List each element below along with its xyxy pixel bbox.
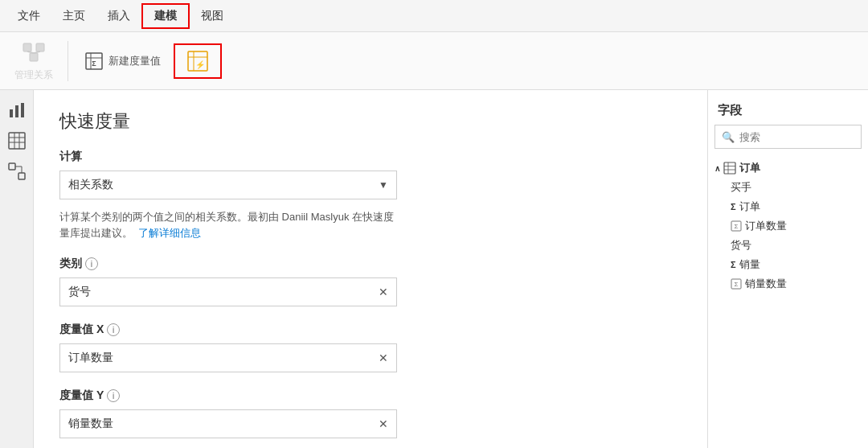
measure-y-input[interactable]: 销量数量 ✕ (59, 409, 397, 438)
measure-y-label: 度量值 Y i (59, 388, 682, 403)
sidebar-barchart-icon[interactable] (3, 97, 31, 124)
table-grid-icon (723, 162, 736, 175)
ribbon-separator-1 (68, 41, 68, 81)
manage-relations-icon (21, 40, 47, 65)
category-section: 类别 i 货号 ✕ (59, 257, 682, 306)
category-clear-icon[interactable]: ✕ (379, 286, 388, 298)
measure-y-value: 销量数量 (68, 417, 113, 431)
measure-y-clear-icon[interactable]: ✕ (379, 417, 388, 430)
svg-text:⚡: ⚡ (195, 60, 206, 70)
measure-x-section: 度量值 X i 订单数量 ✕ (59, 323, 682, 372)
chevron-down-icon: ∧ (714, 164, 720, 173)
field-search-box[interactable]: 🔍 (714, 125, 862, 149)
svg-text:Σ: Σ (735, 223, 739, 230)
menu-view[interactable]: 视图 (190, 0, 235, 31)
left-sidebar (0, 90, 34, 448)
tree-item-sales-qty[interactable]: Σ 销量数量 (708, 274, 868, 294)
tree-item-buyer-label: 买手 (731, 180, 751, 195)
calculation-value: 相关系数 (68, 178, 113, 192)
category-value: 货号 (68, 285, 91, 299)
measure-y-section: 度量值 Y i 销量数量 ✕ (59, 388, 682, 438)
tree-group-label: 订单 (739, 161, 760, 175)
ribbon-bar: 管理关系 Σ 新建度量值 ⚡ (0, 32, 868, 90)
calc-icon-sales-qty: Σ (731, 278, 742, 290)
svg-line-4 (34, 51, 40, 53)
tree-item-buyer[interactable]: 买手 (708, 178, 868, 197)
new-measure-label: 新建度量值 (108, 54, 161, 68)
quick-measure-button-boxed[interactable]: ⚡ (174, 43, 222, 79)
sidebar-relationship-icon[interactable] (3, 158, 31, 185)
measure-x-value: 订单数量 (68, 351, 113, 365)
svg-rect-13 (10, 109, 13, 117)
field-tree: ∧ 订单 买手 Σ 订单 (708, 155, 868, 448)
measure-x-clear-icon[interactable]: ✕ (379, 351, 388, 364)
svg-rect-16 (9, 133, 25, 149)
measure-x-input[interactable]: 订单数量 ✕ (59, 343, 397, 372)
measure-x-label: 度量值 X i (59, 323, 682, 337)
tree-group-orders: ∧ 订单 买手 Σ 订单 (708, 158, 868, 294)
svg-line-3 (27, 51, 34, 53)
category-label: 类别 i (59, 257, 682, 271)
svg-text:Σ: Σ (735, 281, 739, 288)
svg-rect-14 (15, 105, 18, 117)
new-measure-icon: Σ (84, 51, 104, 71)
quick-measure-button[interactable]: ⚡ (177, 47, 219, 76)
category-info-icon[interactable]: i (85, 257, 98, 270)
measure-x-info-icon[interactable]: i (107, 323, 120, 336)
search-input[interactable] (739, 131, 868, 143)
calculation-section-label: 计算 (59, 150, 682, 164)
panel-title: 快速度量 (59, 109, 682, 134)
tree-group-orders-header[interactable]: ∧ 订单 (708, 158, 868, 178)
tree-item-sales-label: 销量 (739, 257, 760, 272)
svg-rect-2 (30, 53, 38, 61)
menu-insert[interactable]: 插入 (96, 0, 141, 31)
new-measure-button[interactable]: Σ 新建度量值 (75, 47, 170, 76)
svg-rect-21 (9, 163, 15, 170)
tree-item-orders-qty-label: 订单数量 (745, 219, 787, 233)
calc-icon-orders-qty: Σ (731, 220, 742, 232)
svg-rect-15 (21, 103, 24, 117)
field-panel: 字段 🔍 ∧ 订单 买手 (707, 90, 868, 448)
description-text: 计算某个类别的两个值之间的相关系数。最初由 Daniil Maslyuk 在快速… (59, 209, 397, 240)
quick-measure-icon: ⚡ (186, 50, 209, 72)
sigma-icon-orders: Σ (731, 202, 736, 212)
svg-rect-25 (724, 162, 735, 174)
manage-relations-label: 管理关系 (14, 68, 53, 82)
menu-file[interactable]: 文件 (6, 0, 51, 31)
measure-y-info-icon[interactable]: i (107, 389, 120, 402)
category-input[interactable]: 货号 ✕ (59, 277, 397, 306)
svg-rect-22 (18, 173, 25, 179)
tree-item-item-no[interactable]: 货号 (708, 236, 868, 255)
menu-home[interactable]: 主页 (51, 0, 96, 31)
menu-bar: 文件 主页 插入 建模 视图 (0, 0, 868, 32)
tree-item-orders[interactable]: Σ 订单 (708, 197, 868, 216)
sigma-icon-sales: Σ (731, 260, 736, 269)
svg-rect-1 (36, 43, 44, 51)
manage-relations-button[interactable]: 管理关系 (6, 37, 61, 85)
tree-item-sales[interactable]: Σ 销量 (708, 255, 868, 274)
tree-item-sales-qty-label: 销量数量 (745, 277, 787, 291)
tree-item-item-no-label: 货号 (731, 238, 751, 253)
quick-measure-panel: 快速度量 计算 相关系数 ▼ 计算某个类别的两个值之间的相关系数。最初由 Dan… (34, 90, 707, 448)
menu-model[interactable]: 建模 (141, 3, 190, 29)
sidebar-table-icon[interactable] (3, 127, 31, 154)
field-panel-title: 字段 (708, 90, 868, 125)
search-icon: 🔍 (722, 131, 735, 143)
main-layout: 快速度量 计算 相关系数 ▼ 计算某个类别的两个值之间的相关系数。最初由 Dan… (0, 90, 868, 448)
calculation-dropdown[interactable]: 相关系数 ▼ (59, 171, 397, 199)
dropdown-arrow-icon: ▼ (379, 179, 388, 191)
tree-item-orders-qty[interactable]: Σ 订单数量 (708, 216, 868, 236)
learn-more-link[interactable]: 了解详细信息 (138, 227, 201, 239)
svg-text:Σ: Σ (92, 60, 96, 68)
tree-item-orders-label: 订单 (739, 199, 760, 214)
svg-rect-0 (23, 43, 31, 51)
